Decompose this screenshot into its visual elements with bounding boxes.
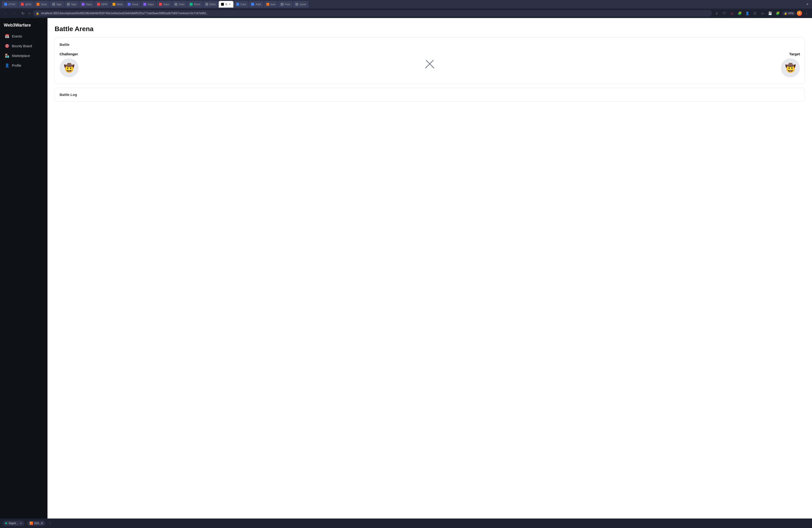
address-bar[interactable]: 🔒 localhost:3001/bountyboard/0x99228b3dd… (33, 10, 712, 17)
tab-3[interactable]: Sche (34, 1, 49, 8)
tab-label-17: Addr (256, 3, 261, 6)
tab-16[interactable]: Cont (234, 1, 248, 8)
tab-favicon-4 (52, 3, 55, 6)
battle-card-label: Battle (60, 43, 800, 46)
battle-card: Battle Challenger 🤠 (55, 38, 805, 84)
tab-strip-icon[interactable]: ▭ (759, 10, 766, 16)
tab-favicon-12 (174, 3, 177, 6)
tab-7[interactable]: NPM (95, 1, 110, 8)
shield-icon[interactable]: 🛡 (721, 10, 727, 16)
tab-12[interactable]: Over (172, 1, 187, 8)
tab-19[interactable]: Free (278, 1, 293, 8)
grid-icon[interactable]: ☷ (752, 10, 758, 16)
marketplace-icon: 🏪 (5, 54, 10, 58)
sidebar-item-marketplace-label: Marketplace (12, 54, 30, 58)
wallet-icon (30, 522, 33, 525)
tab-5[interactable]: Sign (64, 1, 79, 8)
sidebar-item-profile[interactable]: 👤 Profile (2, 61, 46, 70)
tab-favicon-6 (82, 3, 85, 6)
tab-15[interactable]: N ✕ (219, 1, 233, 8)
events-icon: 📅 (5, 34, 10, 39)
url-text: localhost:3001/bountyboard/0x99228b3dd49… (41, 12, 709, 15)
alert-icon[interactable]: ⚠ (729, 10, 735, 16)
tab-favicon-2 (21, 3, 24, 6)
tab-label-10: Sepo (148, 3, 154, 6)
wallet-label: 0x5...6 (34, 522, 43, 525)
tab-label-3: Sche (41, 3, 47, 6)
tab-label-4: Sign (57, 3, 62, 6)
tab-label-14: Ether (209, 3, 216, 6)
tab-4[interactable]: Sign (50, 1, 64, 8)
main-content: Battle Arena Battle Challenger 🤠 (47, 18, 812, 518)
tab-favicon-19 (281, 3, 284, 6)
tab-favicon-14 (205, 3, 208, 6)
menu-button[interactable]: ⋮ (803, 10, 810, 16)
tab-label-2: @eth (25, 3, 31, 6)
sidebar-item-events[interactable]: 📅 Events (2, 32, 46, 41)
sidebar-item-marketplace[interactable]: 🏪 Marketplace (2, 51, 46, 60)
battle-arena: Challenger 🤠 (60, 50, 800, 79)
vs-icon (425, 59, 435, 70)
tab-label-20: scree (300, 3, 306, 6)
page-title: Battle Arena (55, 25, 805, 33)
challenger-section: Challenger 🤠 (60, 52, 78, 77)
profile-icon: 👤 (5, 63, 10, 68)
wallet-badge[interactable]: 0x5...6 (27, 520, 45, 526)
back-button[interactable]: ← (2, 10, 9, 17)
wallet-menu-button[interactable]: ⋮ (48, 522, 52, 525)
tab-close-button[interactable]: ✕ (229, 3, 231, 6)
tab-label-18: how (271, 3, 275, 6)
tab-18[interactable]: how (264, 1, 278, 8)
network-label: Sepol... (9, 522, 18, 525)
tab-label-12: Over (179, 3, 185, 6)
target-section: Target 🤠 (781, 52, 800, 77)
sidebar: Web3Warfare 📅 Events 🎯 Bounty Board 🏪 Ma… (0, 18, 47, 518)
tab-favicon-1 (4, 3, 7, 6)
tab-1[interactable]: ETHC (2, 1, 18, 8)
bookmark-button[interactable]: ☆ (28, 11, 31, 15)
profile-icon[interactable]: 👤 (744, 10, 750, 16)
battle-log-card: Battle Log (55, 88, 805, 102)
tab-2[interactable]: @eth (18, 1, 34, 8)
tab-14[interactable]: Ether (203, 1, 218, 8)
avatar-icon[interactable]: A (797, 11, 802, 16)
tab-11[interactable]: Sepo (157, 1, 172, 8)
tab-6[interactable]: Sepo (79, 1, 95, 8)
tab-favicon-11 (159, 3, 162, 6)
tab-favicon-20 (295, 3, 298, 6)
app-container: Web3Warfare 📅 Events 🎯 Bounty Board 🏪 Ma… (0, 18, 812, 518)
lock-icon: 🔒 (36, 12, 39, 15)
sidebar-item-profile-label: Profile (12, 64, 21, 68)
tab-label-15: N (225, 3, 227, 6)
tab-favicon-13 (190, 3, 192, 6)
tab-label-1: ETHC (9, 3, 16, 6)
tab-label-6: Sepo (86, 3, 92, 6)
download-icon[interactable]: ⇓ (714, 10, 720, 16)
sidebar-item-bountyboard[interactable]: 🎯 Bounty Board (2, 41, 46, 50)
new-tab-button[interactable]: + (804, 2, 810, 7)
challenger-avatar: 🤠 (60, 58, 78, 77)
tab-8[interactable]: Meta (110, 1, 125, 8)
target-avatar: 🤠 (781, 58, 800, 77)
puzzle-icon[interactable]: 🧩 (774, 10, 781, 16)
refresh-button[interactable]: ↻ (19, 10, 26, 17)
extensions-icon[interactable]: 🧩 (737, 10, 743, 16)
sidebar-nav: 📅 Events 🎯 Bounty Board 🏪 Marketplace 👤 … (0, 32, 47, 70)
tab-favicon-8 (113, 3, 115, 6)
vpn-badge[interactable]: 🔒 VPN (782, 11, 795, 15)
tab-label-8: Meta (117, 3, 122, 6)
target-emoji: 🤠 (785, 63, 796, 73)
tab-20[interactable]: scree (293, 1, 308, 8)
tab-9[interactable]: Dyna (125, 1, 141, 8)
tab-label-5: Sign (71, 3, 76, 6)
network-badge[interactable]: Sepol... ▼ (3, 520, 25, 526)
downloads-icon[interactable]: 💾 (767, 10, 773, 16)
tab-10[interactable]: Sepo (141, 1, 156, 8)
challenger-emoji: 🤠 (64, 63, 75, 73)
tab-favicon-9 (128, 3, 131, 6)
forward-button[interactable]: → (11, 10, 17, 17)
tab-17[interactable]: Addr (249, 1, 263, 8)
tab-label-16: Cont (241, 3, 246, 6)
toolbar: ← → ↻ ☆ 🔒 localhost:3001/bountyboard/0x9… (0, 9, 812, 18)
tab-13[interactable]: Remi (187, 1, 203, 8)
